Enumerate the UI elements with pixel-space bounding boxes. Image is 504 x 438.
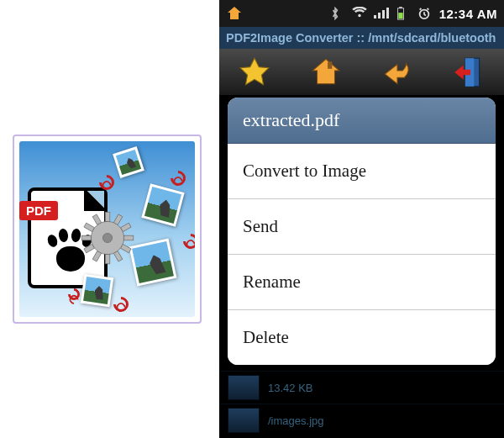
svg-point-1 bbox=[102, 233, 112, 242]
svg-rect-19 bbox=[399, 7, 402, 8]
app-icon-large: PDF bbox=[13, 135, 202, 324]
svg-rect-13 bbox=[92, 214, 101, 224]
image-thumbnail-icon bbox=[141, 183, 184, 226]
svg-rect-11 bbox=[81, 235, 91, 240]
svg-rect-14 bbox=[374, 15, 376, 18]
context-menu-dialog: extracted.pdf Convert to Image Send Rena… bbox=[228, 98, 496, 365]
wifi-icon bbox=[352, 7, 367, 20]
svg-rect-17 bbox=[386, 8, 389, 18]
svg-rect-10 bbox=[84, 244, 94, 252]
swirl-icon bbox=[167, 167, 188, 188]
svg-rect-22 bbox=[328, 61, 332, 68]
svg-rect-2 bbox=[105, 212, 110, 221]
menu-item-delete[interactable]: Delete bbox=[228, 309, 496, 365]
app-title-bar: PDF2Image Converter :: /mnt/sdcard/bluet… bbox=[219, 27, 504, 49]
svg-rect-9 bbox=[92, 251, 101, 261]
swirl-icon bbox=[180, 230, 195, 251]
bluetooth-icon bbox=[330, 7, 345, 20]
image-thumbnail-icon bbox=[113, 146, 144, 178]
statusbar-time: 12:34 AM bbox=[439, 7, 497, 21]
menu-item-rename[interactable]: Rename bbox=[228, 254, 496, 309]
favorites-button[interactable] bbox=[234, 54, 276, 91]
dialog-title: extracted.pdf bbox=[228, 98, 496, 144]
home-icon bbox=[226, 5, 243, 22]
svg-rect-16 bbox=[382, 10, 385, 18]
exit-button[interactable] bbox=[448, 54, 490, 91]
back-button[interactable] bbox=[376, 54, 418, 91]
svg-rect-7 bbox=[113, 251, 122, 261]
svg-rect-4 bbox=[121, 223, 131, 231]
svg-rect-20 bbox=[398, 13, 402, 18]
statusbar: 12:34 AM bbox=[219, 0, 504, 27]
svg-rect-15 bbox=[378, 13, 381, 18]
phone-screenshot: 12:34 AM PDF2Image Converter :: /mnt/sdc… bbox=[219, 0, 504, 438]
alarm-icon bbox=[417, 7, 433, 20]
svg-rect-12 bbox=[84, 223, 94, 231]
menu-item-send[interactable]: Send bbox=[228, 198, 496, 254]
image-thumbnail-icon bbox=[81, 274, 114, 308]
app-icon-art: PDF bbox=[19, 141, 195, 317]
menu-item-convert[interactable]: Convert to Image bbox=[228, 144, 496, 198]
pdf-badge: PDF bbox=[19, 201, 58, 220]
signal-icon bbox=[374, 7, 389, 20]
svg-rect-5 bbox=[124, 235, 134, 240]
swirl-icon bbox=[110, 293, 131, 314]
swirl-icon bbox=[66, 286, 82, 303]
toolbar bbox=[219, 49, 504, 96]
svg-rect-6 bbox=[121, 244, 131, 252]
battery-icon bbox=[396, 7, 411, 20]
svg-rect-8 bbox=[105, 255, 110, 264]
content-area: 13.42 KB /images.jpg extracted.pdf Conve… bbox=[219, 96, 504, 436]
svg-rect-3 bbox=[113, 214, 122, 224]
home-button[interactable] bbox=[305, 54, 347, 91]
gear-icon bbox=[78, 208, 137, 267]
